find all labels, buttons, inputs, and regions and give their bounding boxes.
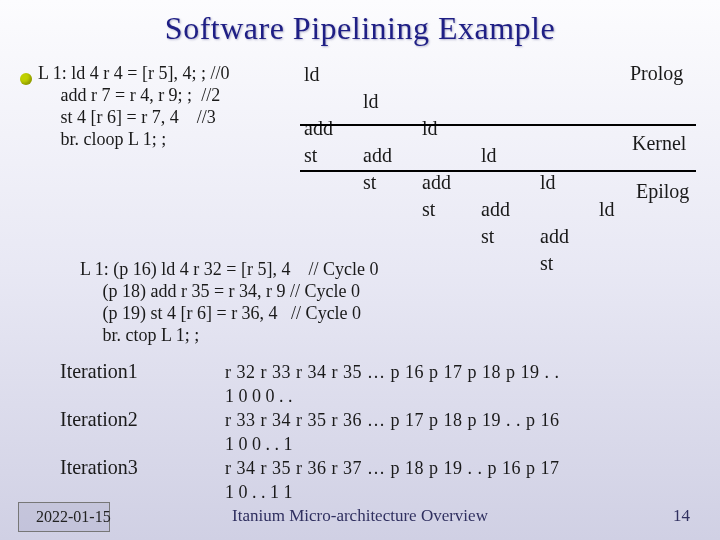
code-line: (p 18) add r 35 = r 34, r 9 // Cycle 0	[80, 280, 378, 302]
sched-cell	[361, 116, 418, 141]
sched-cell	[420, 224, 477, 249]
code-line: add r 7 = r 4, r 9; ; //2	[38, 84, 229, 106]
sched-cell	[538, 143, 595, 168]
sched-cell: st	[420, 197, 477, 222]
sched-cell	[597, 251, 654, 276]
sched-cell	[420, 89, 477, 114]
sched-cell: st	[302, 143, 359, 168]
sched-cell	[538, 89, 595, 114]
code-line: br. ctop L 1; ;	[80, 324, 378, 346]
sched-cell	[479, 62, 536, 87]
sched-cell: ld	[361, 89, 418, 114]
code-block-2: L 1: (p 16) ld 4 r 32 = [r 5], 4 // Cycl…	[80, 258, 378, 346]
sched-cell	[302, 89, 359, 114]
sched-cell: st	[361, 170, 418, 195]
sched-cell	[597, 224, 654, 249]
sched-cell	[420, 143, 477, 168]
sched-cell	[479, 116, 536, 141]
sched-cell	[538, 116, 595, 141]
separator-line	[300, 170, 696, 172]
sched-cell	[420, 251, 477, 276]
iteration-label: Iteration2	[60, 408, 220, 431]
code-block-1: L 1: ld 4 r 4 = [r 5], 4; ; //0 add r 7 …	[38, 62, 229, 150]
page-number: 14	[673, 506, 690, 526]
sched-cell	[538, 62, 595, 87]
footer-title: Itanium Micro-architecture Overview	[0, 506, 720, 526]
sched-cell: add	[538, 224, 595, 249]
iteration-data: r 34 r 35 r 36 r 37 … p 18 p 19 . . p 16…	[225, 458, 559, 479]
sched-cell: add	[361, 143, 418, 168]
iterations-table: Iteration1 r 32 r 33 r 34 r 35 … p 16 p …	[60, 360, 559, 504]
sched-cell: ld	[420, 116, 477, 141]
sched-cell	[361, 197, 418, 222]
sched-cell: ld	[538, 170, 595, 195]
iteration-values: 1 0 0 . . 1	[225, 434, 293, 455]
code-line: L 1: ld 4 r 4 = [r 5], 4; ; //0	[38, 62, 229, 84]
iteration-values: 1 0 . . 1 1	[225, 482, 293, 503]
sched-cell: ld	[479, 143, 536, 168]
sched-cell	[420, 62, 477, 87]
iteration-label: Iteration3	[60, 456, 220, 479]
sched-cell	[302, 170, 359, 195]
code-line: st 4 [r 6] = r 7, 4 //3	[38, 106, 229, 128]
page-title: Software Pipelining Example	[0, 0, 720, 47]
pipeline-schedule: ld ld add ld	[300, 60, 656, 278]
separator-line	[300, 124, 696, 126]
sched-cell	[597, 89, 654, 114]
code-line: br. cloop L 1; ;	[38, 128, 229, 150]
code-line: (p 19) st 4 [r 6] = r 36, 4 // Cycle 0	[80, 302, 378, 324]
iteration-label: Iteration1	[60, 360, 220, 383]
code-line: L 1: (p 16) ld 4 r 32 = [r 5], 4 // Cycl…	[80, 258, 378, 280]
prolog-label: Prolog	[630, 62, 683, 85]
sched-cell	[479, 170, 536, 195]
sched-cell: add	[302, 116, 359, 141]
iteration-values: 1 0 0 0 . .	[225, 386, 293, 407]
sched-cell	[361, 62, 418, 87]
sched-cell: st	[479, 224, 536, 249]
sched-cell: add	[479, 197, 536, 222]
sched-cell	[302, 224, 359, 249]
iteration-data: r 33 r 34 r 35 r 36 … p 17 p 18 p 19 . .…	[225, 410, 559, 431]
kernel-label: Kernel	[632, 132, 686, 155]
sched-cell	[479, 89, 536, 114]
sched-cell	[479, 251, 536, 276]
sched-cell	[302, 197, 359, 222]
sched-cell: add	[420, 170, 477, 195]
epilog-label: Epilog	[636, 180, 689, 203]
sched-cell: ld	[302, 62, 359, 87]
sched-cell: st	[538, 251, 595, 276]
iteration-data: r 32 r 33 r 34 r 35 … p 16 p 17 p 18 p 1…	[225, 362, 559, 383]
sched-cell	[361, 224, 418, 249]
sched-cell	[538, 197, 595, 222]
bullet-icon	[20, 73, 32, 85]
